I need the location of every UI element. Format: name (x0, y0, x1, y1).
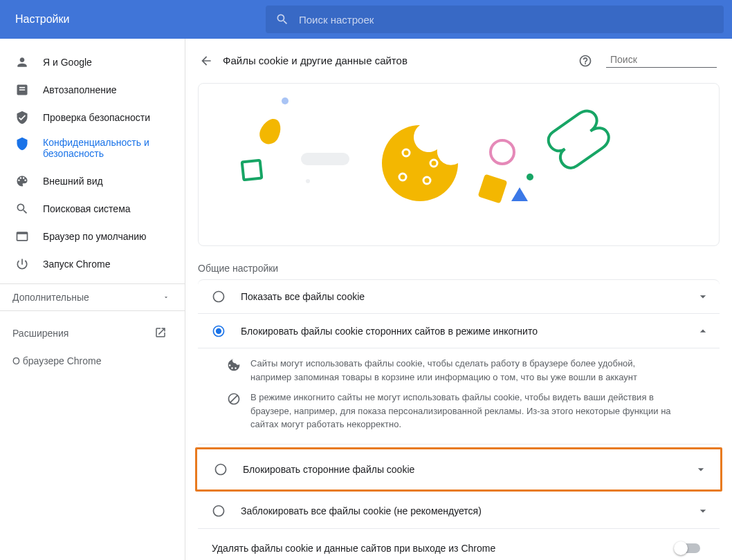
cookie-bite-icon (382, 125, 458, 208)
option-show-all-cookies[interactable]: Показать все файлы cookie (198, 279, 720, 314)
sidebar-item-label: Конфиденциальность и безопасность (43, 137, 185, 159)
dot-icon (282, 97, 289, 104)
sidebar-advanced-label: Дополнительные (12, 292, 89, 303)
global-search[interactable] (266, 6, 724, 33)
description-text: В режиме инкогнито сайты не могут исполь… (250, 391, 678, 431)
option-label: Блокировать сторонние файлы cookie (243, 464, 694, 475)
block-icon (227, 392, 241, 406)
sidebar-item-label: Автозаполнение (43, 84, 117, 95)
chevron-down-icon (163, 292, 170, 303)
sidebar-item-label: Поисковая система (43, 203, 131, 214)
svg-marker-4 (511, 187, 528, 201)
square-outline-icon (241, 159, 264, 182)
pill-icon (301, 153, 349, 165)
dot-icon (527, 174, 533, 180)
browser-icon (15, 230, 29, 243)
sidebar-item-safety-check[interactable]: Проверка безопасности (0, 104, 185, 131)
switch-off-icon[interactable] (675, 543, 700, 553)
option-label: Показать все файлы cookie (241, 291, 696, 302)
palette-icon (15, 174, 29, 188)
page-header: Файлы cookie и другие данные сайтов (185, 39, 732, 83)
sidebar-item-appearance[interactable]: Внешний вид (0, 167, 185, 195)
radio-icon (214, 463, 228, 476)
search-icon (15, 202, 29, 216)
app-header: Настройки (0, 0, 732, 39)
sidebar-item-label: Я и Google (43, 57, 92, 68)
sidebar-item-label: Браузер по умолчанию (43, 231, 147, 242)
section-title-general: Общие настройки (198, 263, 732, 274)
option-block-third-party-incognito[interactable]: Блокировать файлы cookie сторонних сайто… (198, 314, 720, 348)
circle-outline-icon (489, 139, 515, 165)
main-content: Файлы cookie и другие данные сайтов (185, 39, 732, 560)
sidebar-item-you-and-google[interactable]: Я и Google (0, 48, 185, 76)
toggle-clear-on-exit[interactable]: Удалять файлы cookie и данные сайтов при… (198, 529, 720, 561)
page-search-input[interactable] (610, 54, 731, 65)
page-title: Файлы cookie и другие данные сайтов (223, 55, 573, 66)
page-search[interactable] (606, 53, 717, 68)
toggle-label: Удалять файлы cookie и данные сайтов при… (212, 543, 675, 554)
option-label: Заблокировать все файлы cookie (не реком… (241, 505, 696, 516)
search-icon (275, 12, 289, 26)
chevron-down-icon (696, 504, 710, 518)
sidebar-item-autofill[interactable]: Автозаполнение (0, 76, 185, 104)
sidebar: Я и Google Автозаполнение Проверка безоп… (0, 39, 185, 560)
cookie-icon (227, 358, 241, 372)
option-block-all-cookies[interactable]: Заблокировать все файлы cookie (не реком… (198, 494, 720, 529)
chevron-down-icon (694, 463, 708, 476)
back-button[interactable] (195, 50, 217, 72)
illustration (198, 83, 720, 246)
dot-icon (306, 179, 310, 183)
sidebar-item-default-browser[interactable]: Браузер по умолчанию (0, 223, 185, 250)
sidebar-extensions[interactable]: Расширения (0, 319, 185, 347)
global-search-input[interactable] (299, 14, 724, 26)
sidebar-item-on-startup[interactable]: Запуск Chrome (0, 250, 185, 278)
triangle-icon (511, 187, 528, 201)
help-icon (578, 54, 592, 68)
radio-icon (212, 504, 226, 518)
help-button[interactable] (573, 48, 598, 73)
blob-icon (256, 115, 284, 147)
app-title: Настройки (0, 13, 266, 26)
chevron-up-icon (696, 324, 710, 338)
person-icon (15, 55, 29, 69)
diamond-icon (478, 174, 508, 204)
description-text: Сайты могут использовать файлы cookie, ч… (250, 357, 678, 384)
radio-selected-icon (212, 324, 226, 338)
radio-icon (212, 290, 226, 304)
sidebar-item-label: Проверка безопасности (43, 112, 150, 123)
option-label: Блокировать файлы cookie сторонних сайто… (241, 326, 696, 337)
arrow-back-icon (199, 54, 213, 68)
peanut-outline-icon (545, 104, 614, 174)
sidebar-advanced[interactable]: Дополнительные (0, 283, 185, 311)
shield-icon (15, 137, 29, 151)
sidebar-extensions-label: Расширения (12, 328, 68, 339)
sidebar-item-label: Запуск Chrome (43, 259, 110, 270)
option-description: Сайты могут использовать файлы cookie, ч… (198, 348, 720, 445)
power-icon (15, 257, 29, 271)
highlighted-option: Блокировать сторонние файлы cookie (195, 447, 722, 492)
open-external-icon (154, 326, 167, 341)
autofill-icon (15, 83, 29, 97)
sidebar-about-label: О браузере Chrome (12, 355, 102, 366)
sidebar-item-privacy-security[interactable]: Конфиденциальность и безопасность (0, 131, 185, 167)
sidebar-item-label: Внешний вид (43, 176, 103, 187)
sidebar-item-search-engine[interactable]: Поисковая система (0, 195, 185, 223)
sidebar-about[interactable]: О браузере Chrome (0, 347, 185, 375)
chevron-down-icon (696, 290, 710, 304)
option-block-third-party[interactable]: Блокировать сторонние файлы cookie (200, 452, 717, 487)
shield-check-icon (15, 111, 29, 124)
